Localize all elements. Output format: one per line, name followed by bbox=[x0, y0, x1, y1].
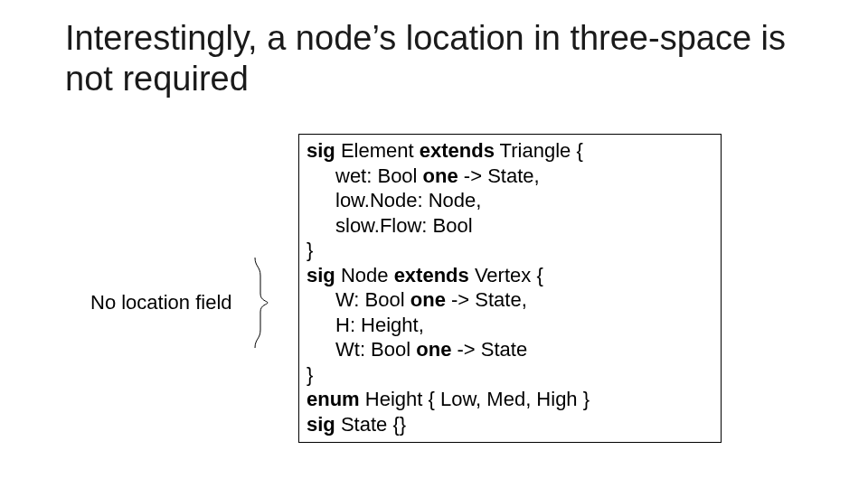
keyword-one: one bbox=[416, 338, 451, 361]
annotation-label: No location field bbox=[90, 291, 232, 314]
keyword-one: one bbox=[410, 288, 446, 311]
code-box: sig Element extends Triangle { wet: Bool… bbox=[298, 134, 722, 443]
code-line: enum Height { Low, Med, High } bbox=[307, 387, 713, 412]
code-line: low.Node: Node, bbox=[307, 188, 713, 213]
keyword-sig: sig bbox=[307, 264, 335, 286]
keyword-extends: extends bbox=[394, 264, 469, 286]
code-line: sig State {} bbox=[307, 412, 713, 437]
slide-title: Interestingly, a node’s location in thre… bbox=[65, 18, 807, 99]
code-line: wet: Bool one -> State, bbox=[307, 164, 713, 189]
brace-icon bbox=[253, 258, 269, 348]
keyword-extends: extends bbox=[420, 139, 495, 162]
code-line: Wt: Bool one -> State bbox=[307, 337, 713, 362]
keyword-sig: sig bbox=[307, 139, 335, 162]
code-line: sig Node extends Vertex { bbox=[307, 263, 713, 288]
keyword-one: one bbox=[423, 164, 458, 187]
code-line: slow.Flow: Bool bbox=[307, 213, 713, 239]
code-line: W: Bool one -> State, bbox=[307, 287, 713, 313]
slide: Interestingly, a node’s location in thre… bbox=[0, 0, 868, 488]
keyword-enum: enum bbox=[307, 388, 360, 410]
code-line: } bbox=[307, 238, 713, 263]
code-line: H: Height, bbox=[307, 313, 713, 338]
code-line: } bbox=[307, 362, 713, 388]
keyword-sig: sig bbox=[307, 413, 335, 436]
code-line: sig Element extends Triangle { bbox=[307, 138, 713, 164]
